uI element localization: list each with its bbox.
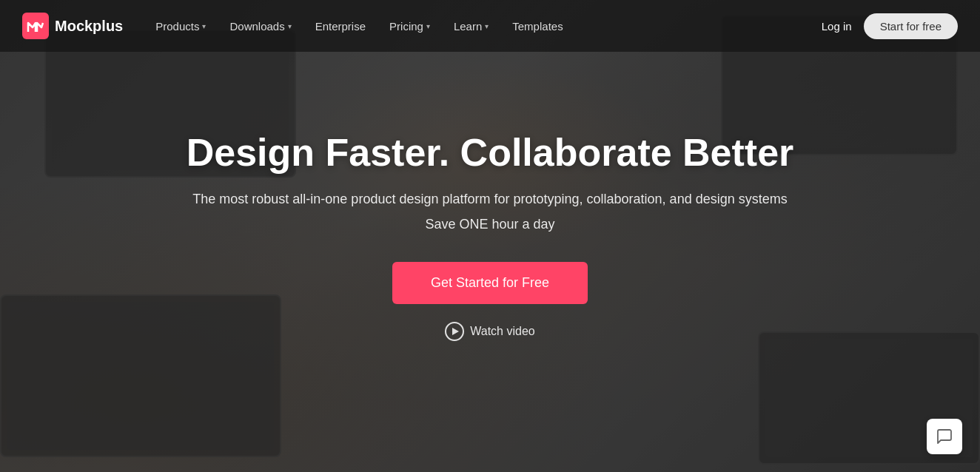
mockplus-logo-icon — [22, 13, 49, 39]
chat-support-button[interactable] — [927, 419, 962, 454]
hero-subtitle: The most robust all-in-one product desig… — [187, 189, 794, 209]
nav-item-downloads[interactable]: Downloads ▾ — [219, 14, 301, 38]
learn-chevron-icon: ▾ — [485, 22, 489, 30]
products-chevron-icon: ▾ — [202, 22, 206, 30]
nav-item-pricing[interactable]: Pricing ▾ — [379, 14, 440, 38]
pricing-chevron-icon: ▾ — [426, 22, 430, 30]
logo-link[interactable]: Mockplus — [22, 13, 123, 39]
start-for-free-button[interactable]: Start for free — [864, 13, 958, 39]
watch-video-link[interactable]: Watch video — [445, 322, 534, 341]
hero-title: Design Faster. Collaborate Better — [187, 131, 794, 175]
nav-items: Products ▾ Downloads ▾ Enterprise Pricin… — [145, 14, 822, 38]
hero-sub2: Save ONE hour a day — [187, 217, 794, 232]
logo-text: Mockplus — [55, 18, 123, 35]
downloads-chevron-icon: ▾ — [288, 22, 292, 30]
get-started-button[interactable]: Get Started for Free — [392, 262, 588, 304]
navbar: Mockplus Products ▾ Downloads ▾ Enterpri… — [0, 0, 980, 52]
nav-right: Log in Start for free — [822, 13, 958, 39]
watch-video-label: Watch video — [470, 325, 534, 338]
nav-item-products[interactable]: Products ▾ — [145, 14, 216, 38]
nav-item-learn[interactable]: Learn ▾ — [443, 14, 499, 38]
chat-icon — [936, 428, 953, 445]
nav-item-templates[interactable]: Templates — [502, 14, 573, 38]
login-button[interactable]: Log in — [822, 20, 852, 33]
play-triangle-icon — [452, 328, 459, 335]
hero-content: Design Faster. Collaborate Better The mo… — [172, 131, 809, 342]
play-circle-icon — [445, 322, 464, 341]
hero-section: Mockplus Products ▾ Downloads ▾ Enterpri… — [0, 0, 980, 472]
nav-item-enterprise[interactable]: Enterprise — [305, 14, 376, 38]
